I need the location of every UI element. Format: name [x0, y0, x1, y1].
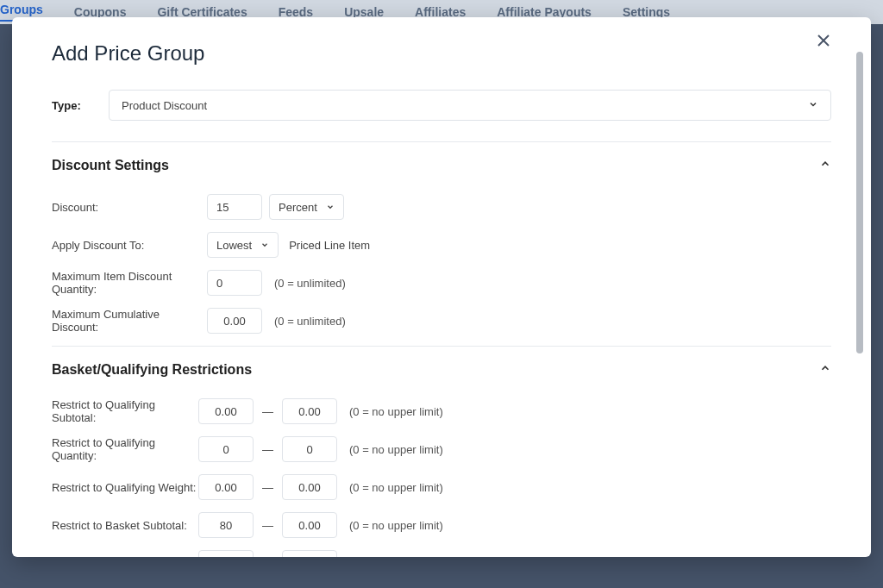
divider [52, 346, 831, 347]
discount-section-header[interactable]: Discount Settings [52, 158, 831, 173]
discount-unit-select[interactable]: Percent [269, 194, 344, 220]
chevron-down-icon [326, 201, 335, 214]
close-icon [816, 38, 831, 51]
discount-section-title: Discount Settings [52, 158, 169, 173]
max-qty-input[interactable] [207, 270, 262, 296]
type-row: Type: Product Discount [52, 90, 831, 121]
apply-to-suffix: Priced Line Item [289, 239, 370, 252]
restrict-hint: (0 = no upper limit) [349, 443, 443, 456]
restrict-section-title: Basket/Qualifying Restrictions [52, 362, 252, 378]
restrict-from-input[interactable] [198, 550, 254, 557]
restrict-label: Restrict to Basket Quantity: [52, 557, 198, 558]
restrict-row: Restrict to Qualifying Quantity: — (0 = … [52, 436, 831, 462]
restrict-hint: (0 = no upper limit) [349, 405, 443, 418]
restrict-hint: (0 = no upper limit) [349, 519, 443, 532]
restrict-row: Restrict to Qualifying Weight: — (0 = no… [52, 474, 831, 500]
apply-to-label: Apply Discount To: [52, 239, 207, 252]
restrict-label: Restrict to Qualifying Quantity: [52, 436, 198, 462]
type-label: Type: [52, 99, 83, 112]
chevron-up-icon [819, 362, 831, 378]
max-cum-label: Maximum Cumulative Discount: [52, 308, 207, 334]
restrict-to-input[interactable] [282, 398, 337, 424]
restrict-to-input[interactable] [282, 436, 337, 462]
restrict-hint: (0 = no upper limit) [349, 557, 443, 558]
divider [52, 141, 831, 142]
max-cum-row: Maximum Cumulative Discount: (0 = unlimi… [52, 308, 831, 334]
chevron-up-icon [819, 158, 831, 173]
range-separator: — [262, 443, 273, 456]
chevron-down-icon [808, 99, 818, 112]
type-select[interactable]: Product Discount [109, 90, 831, 121]
modal-title: Add Price Group [52, 41, 204, 66]
restrict-row: Restrict to Basket Quantity: — (0 = no u… [52, 550, 831, 557]
restrict-from-input[interactable] [198, 512, 254, 538]
discount-row: Discount: Percent [52, 194, 831, 220]
modal-header: Add Price Group [12, 17, 871, 74]
discount-input[interactable] [207, 194, 262, 220]
apply-to-row: Apply Discount To: Lowest Priced Line It… [52, 232, 831, 258]
range-separator: — [262, 481, 273, 494]
max-qty-label: Maximum Item Discount Quantity: [52, 270, 207, 296]
apply-to-select[interactable]: Lowest [207, 232, 279, 258]
restrict-from-input[interactable] [198, 398, 254, 424]
restrict-from-input[interactable] [198, 436, 254, 462]
discount-unit-value: Percent [279, 201, 317, 214]
restrict-label: Restrict to Qualifying Subtotal: [52, 398, 198, 424]
restrict-to-input[interactable] [282, 512, 337, 538]
range-separator: — [262, 557, 273, 558]
restrict-to-input[interactable] [282, 474, 337, 500]
type-select-value: Product Discount [122, 99, 207, 112]
apply-to-value: Lowest [216, 239, 252, 252]
restrict-from-input[interactable] [198, 474, 254, 500]
restrict-label: Restrict to Basket Subtotal: [52, 519, 198, 532]
discount-label: Discount: [52, 201, 207, 214]
max-cum-input[interactable] [207, 308, 262, 334]
modal-body: Type: Product Discount Discount Settings… [12, 74, 871, 557]
range-separator: — [262, 519, 273, 532]
chevron-down-icon [260, 239, 269, 252]
restrict-to-input[interactable] [282, 550, 337, 557]
restrict-row: Restrict to Qualifying Subtotal: — (0 = … [52, 398, 831, 424]
close-button[interactable] [816, 33, 831, 51]
restrict-section-header[interactable]: Basket/Qualifying Restrictions [52, 362, 831, 378]
restrict-hint: (0 = no upper limit) [349, 481, 443, 494]
restrict-label: Restrict to Qualifying Weight: [52, 481, 198, 494]
max-qty-hint: (0 = unlimited) [274, 277, 346, 290]
range-separator: — [262, 405, 273, 418]
max-cum-hint: (0 = unlimited) [274, 315, 346, 328]
max-qty-row: Maximum Item Discount Quantity: (0 = unl… [52, 270, 831, 296]
add-price-group-modal: Add Price Group Type: Product Discount D… [12, 17, 871, 557]
scrollbar[interactable] [856, 52, 863, 353]
restrict-row: Restrict to Basket Subtotal: — (0 = no u… [52, 512, 831, 538]
